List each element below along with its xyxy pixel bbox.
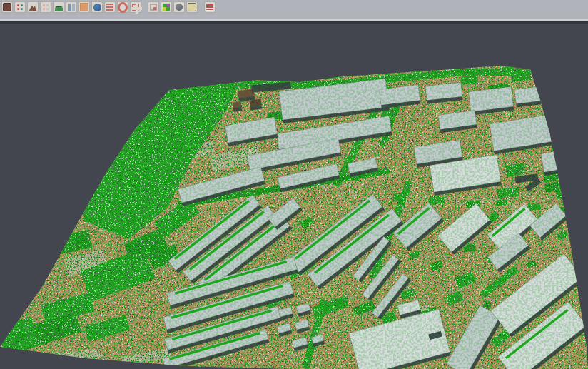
record-tool-icon[interactable] <box>204 1 216 13</box>
sphere-view-icon[interactable] <box>173 1 185 13</box>
toolbar-divider-dark <box>0 21 588 24</box>
classify-points-icon[interactable] <box>14 1 26 13</box>
viewport-3d[interactable] <box>0 0 588 369</box>
globe-3d-icon[interactable] <box>91 1 103 13</box>
classification-colors-icon[interactable] <box>161 1 172 13</box>
circle-select-icon[interactable] <box>117 1 128 13</box>
profile-view-icon[interactable] <box>66 1 77 13</box>
terrain-icon[interactable] <box>27 1 39 13</box>
grid-view-icon[interactable] <box>148 1 159 13</box>
layer-stack-icon[interactable] <box>104 1 116 13</box>
measure-tool-icon[interactable] <box>186 1 198 13</box>
ortho-view-icon[interactable] <box>78 1 90 13</box>
point-display-icon[interactable] <box>40 1 51 13</box>
zoom-extent-icon[interactable] <box>130 1 141 13</box>
tin-surface-icon[interactable] <box>53 1 64 13</box>
toolbar <box>0 0 588 19</box>
open-file-icon[interactable] <box>1 1 13 13</box>
application-window <box>0 0 588 369</box>
